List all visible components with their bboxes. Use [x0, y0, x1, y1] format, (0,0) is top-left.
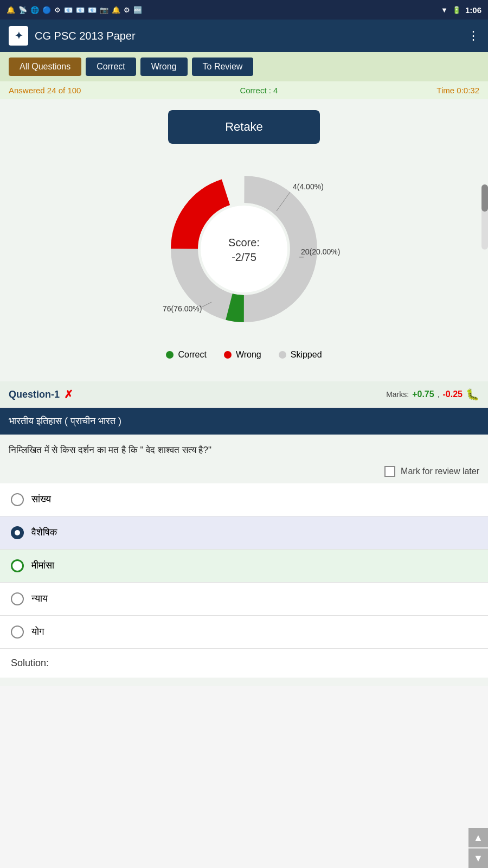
- option-4-text: न्याय: [31, 593, 48, 604]
- tab-correct[interactable]: Correct: [86, 58, 136, 76]
- option-2-radio[interactable]: [11, 526, 24, 539]
- app-icon-4: 📧: [64, 6, 73, 14]
- status-icons: 🔔 📡 🌐 🔵 ⚙ 📧 📧 📧 📷 🔔 ⚙ 🔤: [7, 6, 142, 14]
- app-header: ✦ CG PSC 2013 Paper ⋮: [0, 20, 488, 52]
- chart-legend: Correct Wrong Skipped: [9, 350, 479, 360]
- legend-skipped-dot: [279, 351, 286, 359]
- option-3-text: मीमांसा: [31, 560, 54, 571]
- legend-wrong-dot: [224, 351, 232, 359]
- marks-positive: +0.75: [412, 390, 434, 399]
- bug-icon[interactable]: 🐛: [466, 388, 479, 401]
- app-icon-8: 🔔: [112, 6, 120, 14]
- legend-wrong-label: Wrong: [236, 350, 261, 360]
- question-category: भारतीय इतिहास ( प्राचीन भारत ): [0, 408, 488, 435]
- marks-label: Marks:: [386, 390, 409, 399]
- app-icon-10: 🔤: [133, 6, 142, 14]
- wifi-icon: 📡: [18, 6, 27, 14]
- battery-icon: 🔋: [452, 6, 461, 14]
- stats-bar: Answered 24 of 100 Correct : 4 Time 0:0:…: [0, 81, 488, 99]
- mark-review-checkbox[interactable]: [384, 466, 395, 477]
- retake-button[interactable]: Retake: [168, 110, 320, 144]
- option-2-text: वैशेषिक: [31, 527, 57, 538]
- app-menu-button[interactable]: ⋮: [467, 29, 479, 43]
- question-number-area: Question-1 ✗: [9, 388, 73, 401]
- app-icon-5: 📧: [76, 6, 85, 14]
- option-4-radio[interactable]: [11, 592, 24, 605]
- status-time: 1:06: [465, 5, 481, 15]
- question-wrong-indicator: ✗: [64, 388, 73, 401]
- app-icon-3: ⚙: [54, 6, 61, 14]
- chart-inner-circle: [201, 206, 287, 292]
- mark-review-row: Mark for review later: [0, 466, 488, 483]
- mark-review-label: Mark for review later: [401, 467, 479, 476]
- app-icon-9: ⚙: [124, 6, 130, 14]
- question-section: Question-1 ✗ Marks: +0.75 , -0.25 🐛 भारत…: [0, 381, 488, 686]
- chart-wrapper: Score: -2/75 4(4.00%) 20(20.00%) 76(76.0…: [152, 157, 336, 341]
- tab-bar: All Questions Correct Wrong To Review: [0, 52, 488, 81]
- option-1[interactable]: सांख्य: [0, 483, 488, 516]
- app-logo: ✦: [9, 26, 28, 46]
- legend-correct: Correct: [166, 350, 206, 360]
- question-number-text: Question-1: [9, 389, 60, 400]
- chart-wrong-label: 20(20.00%): [301, 247, 340, 256]
- chart-score-value: -2/75: [232, 251, 256, 263]
- notification-icon: 🔔: [7, 6, 15, 14]
- legend-correct-label: Correct: [178, 350, 206, 360]
- chart-correct-label: 4(4.00%): [293, 182, 324, 191]
- stats-time: Time 0:0:32: [436, 86, 479, 95]
- chart-container: Score: -2/75 4(4.00%) 20(20.00%) 76(76.0…: [9, 157, 479, 341]
- donut-chart: Score: -2/75 4(4.00%) 20(20.00%) 76(76.0…: [152, 157, 336, 341]
- marks-separator: ,: [438, 390, 440, 399]
- option-5[interactable]: योग: [0, 616, 488, 649]
- status-bar: 🔔 📡 🌐 🔵 ⚙ 📧 📧 📧 📷 🔔 ⚙ 🔤 ▼ 🔋 1:06: [0, 0, 488, 20]
- app-icon-1: 🌐: [30, 6, 39, 14]
- option-5-text: योग: [31, 626, 44, 637]
- tab-all-questions[interactable]: All Questions: [9, 58, 81, 76]
- question-text: निम्लिखित में से किस दर्शन का मत है कि "…: [0, 435, 488, 466]
- options-list: सांख्य वैशेषिक मीमांसा न्याय योग: [0, 483, 488, 649]
- chart-score-label: Score:: [228, 237, 260, 248]
- marks-negative: -0.25: [443, 390, 463, 399]
- solution-label: Solution:: [0, 649, 488, 678]
- tab-wrong[interactable]: Wrong: [140, 58, 188, 76]
- stats-correct: Correct : 4: [240, 86, 278, 95]
- tab-to-review[interactable]: To Review: [192, 58, 254, 76]
- scrollbar-track[interactable]: [481, 184, 488, 250]
- app-icon-6: 📧: [88, 6, 97, 14]
- scrollbar-thumb[interactable]: [481, 184, 488, 212]
- legend-skipped: Skipped: [279, 350, 322, 360]
- chart-skipped-label: 76(76.00%): [163, 304, 202, 313]
- app-title: CG PSC 2013 Paper: [35, 30, 461, 42]
- wifi-status-icon: ▼: [441, 6, 448, 14]
- option-1-text: सांख्य: [31, 494, 51, 505]
- main-content: Retake: [0, 99, 488, 381]
- question-header: Question-1 ✗ Marks: +0.75 , -0.25 🐛: [0, 381, 488, 408]
- option-1-radio[interactable]: [11, 493, 24, 506]
- option-5-radio[interactable]: [11, 626, 24, 639]
- option-3-radio[interactable]: [11, 559, 24, 572]
- stats-answered: Answered 24 of 100: [9, 86, 81, 95]
- option-4[interactable]: न्याय: [0, 583, 488, 616]
- app-icon-7: 📷: [100, 6, 108, 14]
- app-icon-2: 🔵: [42, 6, 51, 14]
- option-2[interactable]: वैशेषिक: [0, 516, 488, 550]
- option-3[interactable]: मीमांसा: [0, 550, 488, 583]
- legend-correct-dot: [166, 351, 174, 359]
- legend-skipped-label: Skipped: [291, 350, 322, 360]
- legend-wrong: Wrong: [224, 350, 261, 360]
